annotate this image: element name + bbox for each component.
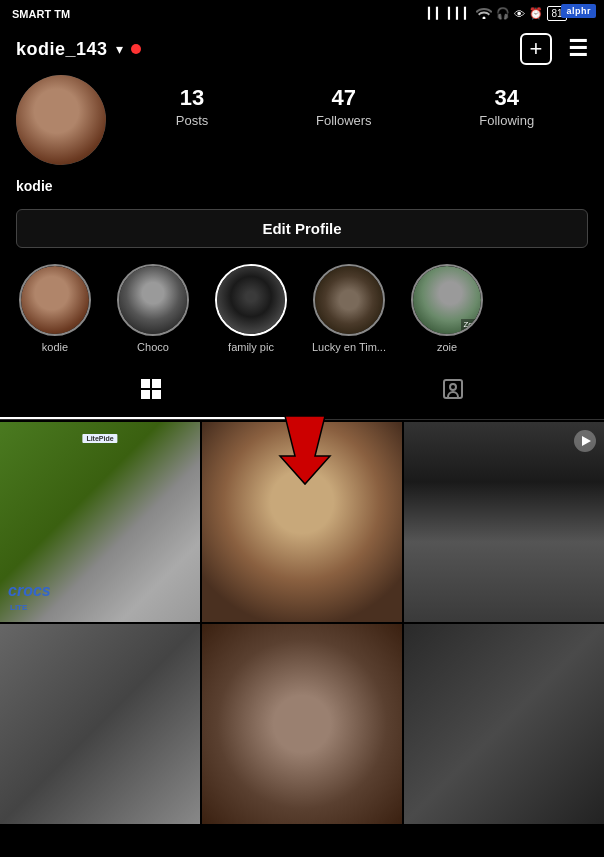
photo-grid: LitePide crocs LITE: [0, 422, 604, 824]
grid-image-3: [404, 422, 604, 622]
story-circle-zoie: Zoie: [411, 264, 483, 336]
headphone-icon: 🎧: [496, 7, 510, 20]
svg-rect-0: [141, 379, 150, 388]
following-stat[interactable]: 34 Following: [479, 85, 534, 128]
story-item-lucky[interactable]: Lucky en Tim...: [304, 264, 394, 353]
grid-image-2: [202, 422, 402, 622]
eye-icon: 👁: [514, 8, 525, 20]
story-circle-family-pic: [215, 264, 287, 336]
story-circle-choco: [117, 264, 189, 336]
profile-display-name: kodie: [16, 178, 53, 194]
profile-name-row: kodie: [0, 177, 604, 209]
tab-grid[interactable]: [0, 367, 302, 419]
story-circle-kodie: [19, 264, 91, 336]
add-content-button[interactable]: +: [520, 33, 552, 65]
edit-profile-button[interactable]: Edit Profile: [16, 209, 588, 248]
story-label-choco: Choco: [113, 341, 193, 353]
followers-count: 47: [332, 85, 356, 111]
carrier-text: SMART TM: [12, 8, 70, 20]
posts-label: Posts: [176, 113, 209, 128]
tab-tagged[interactable]: [302, 367, 604, 419]
grid-image-5: [202, 624, 402, 824]
signal-icon-1: ▎▎: [428, 7, 444, 20]
story-circle-lucky: [313, 264, 385, 336]
story-label-kodie: kodie: [15, 341, 95, 353]
posts-stat[interactable]: 13 Posts: [176, 85, 209, 128]
tagged-tab-icon: [441, 377, 465, 407]
story-item-family-pic[interactable]: family pic: [206, 264, 296, 353]
grid-item-1[interactable]: LitePide crocs LITE: [0, 422, 200, 622]
following-label: Following: [479, 113, 534, 128]
wifi-icon: [476, 7, 492, 21]
grid-image-6: [404, 624, 604, 824]
clock-icon: ⏰: [529, 7, 543, 20]
svg-rect-2: [141, 390, 150, 399]
posts-count: 13: [180, 85, 204, 111]
grid-item-5[interactable]: [202, 624, 402, 824]
grid-image-4: [0, 624, 200, 824]
zoie-overlay-text: Zoie: [461, 319, 481, 330]
photo-grid-container: LitePide crocs LITE: [0, 422, 604, 824]
play-triangle: [582, 436, 591, 446]
grid-item-6[interactable]: [404, 624, 604, 824]
online-status-dot: [131, 44, 141, 54]
menu-button[interactable]: ☰: [568, 38, 588, 60]
content-tabs: [0, 367, 604, 420]
story-image-lucky: [315, 266, 383, 334]
story-label-family-pic: family pic: [211, 341, 291, 353]
plus-icon: +: [530, 36, 543, 62]
grid-item-4[interactable]: [0, 624, 200, 824]
watermark-badge: alphr: [561, 4, 596, 18]
svg-point-5: [450, 384, 456, 390]
avatar[interactable]: [16, 75, 106, 165]
story-image-kodie: [21, 266, 89, 334]
crocs-lite-label: LITE: [10, 603, 27, 612]
grid-item-2[interactable]: [202, 422, 402, 622]
hamburger-icon: ☰: [568, 36, 588, 61]
litepride-label: LitePide: [82, 434, 117, 443]
story-label-lucky: Lucky en Tim...: [309, 341, 389, 353]
story-image-choco: [119, 266, 187, 334]
followers-stat[interactable]: 47 Followers: [316, 85, 372, 128]
story-image-family-pic: [217, 266, 285, 334]
grid-item-3[interactable]: [404, 422, 604, 622]
username-display: kodie_143: [16, 39, 108, 60]
profile-header: kodie_143 ▾ + ☰: [0, 25, 604, 75]
followers-label: Followers: [316, 113, 372, 128]
grid-image-1: LitePide crocs LITE: [0, 422, 200, 622]
stories-row: kodie Choco family pic Lucky en Tim... Z…: [0, 264, 604, 367]
story-item-choco[interactable]: Choco: [108, 264, 198, 353]
status-bar: SMART TM ▎▎ ▎▎▎ 🎧 👁 ⏰ 81 9:30: [0, 0, 604, 25]
following-count: 34: [494, 85, 518, 111]
crocs-label: crocs: [8, 582, 51, 600]
dropdown-arrow-icon[interactable]: ▾: [116, 41, 123, 57]
stats-row: 13 Posts 47 Followers 34 Following: [122, 75, 588, 128]
signal-icon-2: ▎▎▎: [448, 7, 472, 20]
header-right: + ☰: [520, 33, 588, 65]
header-left: kodie_143 ▾: [16, 39, 141, 60]
profile-section: 13 Posts 47 Followers 34 Following: [0, 75, 604, 177]
grid-tab-icon: [139, 377, 163, 407]
video-play-icon: [574, 430, 596, 452]
story-item-zoie[interactable]: Zoie zoie: [402, 264, 492, 353]
svg-rect-1: [152, 379, 161, 388]
avatar-image: [16, 75, 106, 165]
svg-rect-3: [152, 390, 161, 399]
story-item-kodie[interactable]: kodie: [10, 264, 100, 353]
story-label-zoie: zoie: [407, 341, 487, 353]
